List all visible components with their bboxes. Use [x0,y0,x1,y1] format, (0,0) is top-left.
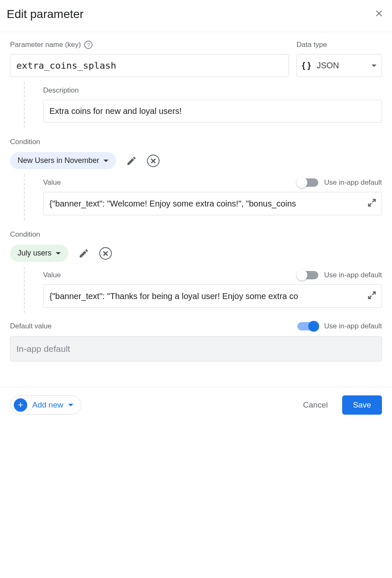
default-value-label: Default value [10,322,52,330]
help-icon[interactable]: ? [84,41,93,49]
default-value-input: In-app default [10,336,382,361]
pencil-icon[interactable] [126,155,137,166]
parameter-key-input[interactable] [10,54,289,77]
save-button[interactable]: Save [342,395,382,415]
add-new-button[interactable]: + Add new [10,395,81,415]
use-in-app-default-label: Use in-app default [324,178,382,187]
condition-label: Condition [10,138,382,146]
condition-chip-label: New Users in November [18,156,99,165]
cancel-button[interactable]: Cancel [303,400,328,410]
condition-chip-july-users[interactable]: July users [10,245,68,262]
pencil-icon[interactable] [78,248,89,259]
add-new-label: Add new [32,400,63,410]
condition-chip-new-users-november[interactable]: New Users in November [10,152,116,169]
default-use-in-app-toggle[interactable] [297,322,318,330]
data-type-select[interactable]: { } JSON [297,54,382,77]
use-in-app-default-label: Use in-app default [324,271,382,279]
chevron-down-icon [56,252,61,255]
json-icon: { } [302,61,311,70]
use-in-app-default-toggle[interactable] [297,178,318,187]
delete-condition-icon[interactable] [99,247,112,260]
use-in-app-default-label: Use in-app default [324,322,382,330]
plus-icon: + [14,398,27,412]
expand-icon[interactable] [367,290,377,302]
description-input[interactable] [43,100,382,123]
condition-chip-label: July users [18,249,52,258]
chevron-down-icon [371,65,377,67]
chevron-down-icon [68,404,73,406]
close-icon[interactable] [374,9,384,20]
condition-label: Condition [10,230,382,239]
page-title: Edit parameter [7,8,84,21]
parameter-name-label: Parameter name (key) [10,41,81,49]
data-type-label: Data type [297,41,327,49]
delete-condition-icon[interactable] [147,155,160,167]
value-label: Value [43,271,61,279]
chevron-down-icon [103,160,108,162]
use-in-app-default-toggle[interactable] [297,271,318,279]
condition-value-input[interactable] [43,284,382,308]
value-label: Value [43,178,61,187]
expand-icon[interactable] [367,198,377,209]
data-type-value: JSON [317,61,366,70]
condition-value-input[interactable] [43,192,382,215]
description-label: Description [43,86,79,95]
